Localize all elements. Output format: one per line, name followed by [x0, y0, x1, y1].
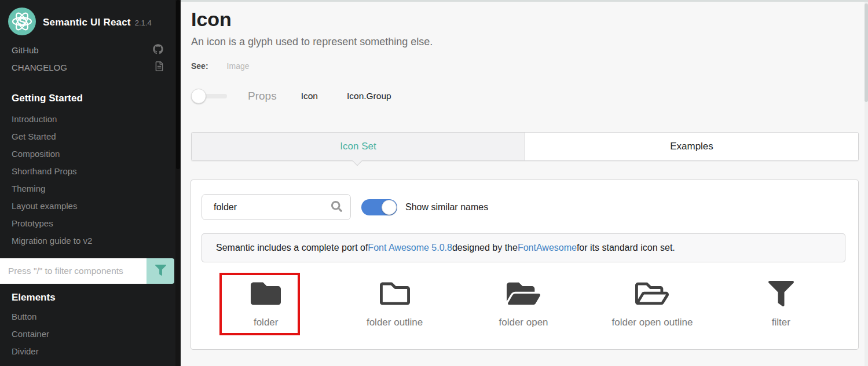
font-awesome-message: Semantic includes a complete port of Fon…	[202, 233, 845, 262]
font-awesome-version-link[interactable]: Font Awesome 5.0.8	[368, 243, 452, 253]
tab-examples[interactable]: Examples	[525, 133, 858, 160]
props-toggle-knob[interactable]	[191, 89, 206, 104]
folder-open-icon	[507, 279, 540, 309]
icon-result-label: folder open outline	[611, 317, 693, 328]
sidebar-item-layout-examples[interactable]: Layout examples	[12, 201, 77, 211]
svg-text:S: S	[19, 16, 25, 28]
component-filter	[0, 258, 174, 284]
github-link-label: GitHub	[12, 45, 39, 55]
folder-outline-icon	[380, 279, 410, 309]
filter-icon	[768, 279, 794, 309]
message-text-before: Semantic includes a complete port of	[216, 243, 368, 253]
red-highlight-annotation	[219, 273, 300, 335]
icon-result-label: folder outline	[367, 317, 423, 328]
sidebar-item-introduction[interactable]: Introduction	[12, 114, 57, 124]
props-toggle[interactable]	[191, 88, 228, 104]
sidebar-item-get-started[interactable]: Get Started	[12, 131, 56, 141]
sidebar-scrollbar[interactable]	[175, 0, 181, 366]
sidebar-item-composition[interactable]: Composition	[12, 149, 60, 159]
component-filter-button[interactable]	[147, 258, 174, 284]
component-filter-input[interactable]	[0, 258, 147, 284]
brand-title: Semantic UI React	[43, 17, 131, 28]
icon-search-field	[202, 194, 351, 220]
sidebar-item-button[interactable]: Button	[12, 312, 36, 321]
changelog-link-label: CHANGELOG	[12, 63, 67, 72]
vertical-scrollbar[interactable]	[865, 2, 868, 366]
icon-set-panel: Show similar names Semantic includes a c…	[191, 180, 859, 350]
sidebar-item-divider[interactable]: Divider	[12, 346, 39, 356]
component-menu-icon-group[interactable]: Icon.Group	[347, 91, 391, 101]
sidebar-item-theming[interactable]: Theming	[12, 184, 45, 193]
search-icon	[331, 201, 342, 214]
sidebar-item-shorthand-props[interactable]: Shorthand Props	[12, 166, 77, 176]
sidebar-scrollbar-thumb[interactable]	[176, 0, 180, 169]
icon-result-folder-open-outline[interactable]: folder open outline	[588, 268, 716, 328]
show-similar-names-toggle-knob[interactable]	[382, 200, 397, 215]
see-also-row: See: Image	[191, 61, 250, 71]
brand-version: 2.1.4	[135, 19, 152, 27]
file-icon	[155, 61, 163, 73]
page-title: Icon	[191, 8, 232, 31]
sidebar-link-github[interactable]: GitHub	[12, 44, 163, 56]
semantic-ui-logo-icon: S	[8, 8, 36, 38]
show-similar-names-label: Show similar names	[405, 202, 488, 213]
horizontal-scrollbar[interactable]	[181, 0, 868, 2]
icon-result-label: folder open	[499, 317, 548, 328]
tab-icon-set[interactable]: Icon Set	[192, 133, 525, 160]
icon-result-filter[interactable]: filter	[717, 268, 845, 328]
filter-icon	[155, 265, 166, 278]
vertical-scrollbar-thumb[interactable]	[865, 3, 868, 102]
icon-result-folder-open[interactable]: folder open	[459, 268, 588, 328]
github-icon	[153, 44, 163, 56]
sidebar-item-container[interactable]: Container	[12, 329, 49, 339]
brand-link[interactable]: S Semantic UI React 2.1.4	[8, 8, 152, 38]
folder-open-outline-icon	[635, 279, 669, 309]
sidebar-item-migration-guide[interactable]: Migration guide to v2	[12, 236, 92, 246]
icon-search-row: Show similar names	[202, 194, 488, 220]
props-toggle-label[interactable]: Props	[248, 90, 277, 103]
message-text-after: for its standard icon set.	[577, 243, 675, 253]
sidebar-section-getting-started: Getting Started	[12, 93, 83, 104]
icon-search-input[interactable]	[202, 194, 351, 220]
sidebar: S Semantic UI React 2.1.4 GitHub CHANGEL…	[0, 0, 181, 366]
sidebar-item-prototypes[interactable]: Prototypes	[12, 218, 53, 228]
sidebar-link-changelog[interactable]: CHANGELOG	[12, 61, 163, 73]
show-similar-names-toggle[interactable]	[361, 199, 397, 215]
see-label: See:	[191, 61, 208, 71]
icon-result-label: filter	[772, 317, 790, 328]
props-row: Props Icon Icon.Group	[191, 87, 391, 105]
see-link-image[interactable]: Image	[227, 61, 250, 71]
message-text-middle: designed by the	[452, 243, 518, 253]
sidebar-section-elements: Elements	[12, 292, 56, 303]
tab-bar: Icon Set Examples	[191, 132, 859, 161]
main-content: Icon An icon is a glyph used to represen…	[181, 0, 868, 366]
fontawesome-org-link[interactable]: FontAwesome	[518, 243, 577, 253]
component-menu-icon[interactable]: Icon	[301, 91, 318, 101]
icon-result-folder-outline[interactable]: folder outline	[330, 268, 459, 328]
page-subtitle: An icon is a glyph used to represent som…	[191, 36, 433, 48]
